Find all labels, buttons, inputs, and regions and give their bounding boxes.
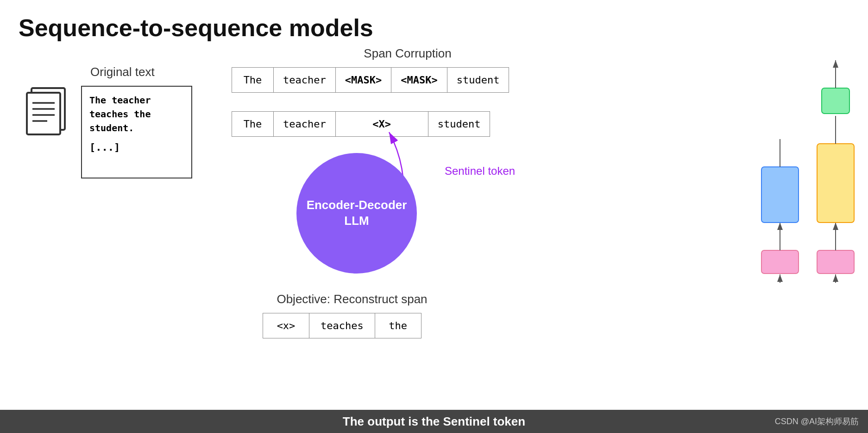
top-cell-student: student xyxy=(447,68,509,93)
top-cell-teacher: teacher xyxy=(274,68,336,93)
output-cell-the: the xyxy=(375,313,421,338)
document-icon xyxy=(23,83,74,139)
bottom-bar: The output is the Sentinel token CSDN @A… xyxy=(0,410,868,433)
svg-rect-9 xyxy=(761,167,799,223)
span-corruption-label: Span Corruption xyxy=(324,46,491,61)
bot-cell-student: student xyxy=(428,112,490,137)
svg-rect-15 xyxy=(822,88,849,114)
svg-rect-7 xyxy=(761,250,799,274)
output-token-table: <x> teaches the xyxy=(263,313,421,338)
bottom-bar-text: The output is the Sentinel token xyxy=(343,414,525,429)
svg-rect-11 xyxy=(817,250,854,274)
top-cell-the: The xyxy=(232,68,274,93)
svg-rect-2 xyxy=(27,93,60,134)
bot-cell-teacher: teacher xyxy=(274,112,336,137)
output-cell-teaches: teaches xyxy=(309,313,375,338)
encoder-decoder-circle: Encoder-DecoderLLM xyxy=(296,153,417,274)
original-text-line1: The teacherteaches thestudent. xyxy=(89,95,151,134)
svg-rect-13 xyxy=(817,144,854,223)
nn-diagram xyxy=(757,51,859,320)
main-content: Sequence-to-sequence models Span Corrupt… xyxy=(0,0,868,414)
sentinel-token-label: Sentinel token xyxy=(445,165,515,178)
output-cell-x: <x> xyxy=(263,313,309,338)
original-text-ellipsis: [...] xyxy=(89,140,184,155)
bottom-token-table: The teacher <X> student xyxy=(232,111,490,137)
bottom-bar-brand: CSDN @AI架构师易筋 xyxy=(775,416,859,427)
bot-cell-the: The xyxy=(232,112,274,137)
original-text-box: The teacherteaches thestudent. [...] xyxy=(81,86,192,178)
page-title: Sequence-to-sequence models xyxy=(19,14,849,42)
bot-cell-x: <X> xyxy=(335,112,428,137)
top-cell-mask2: <MASK> xyxy=(391,68,447,93)
objective-label: Objective: Reconstruct span xyxy=(269,292,435,306)
original-text-label: Original text xyxy=(90,65,155,79)
top-token-table: The teacher <MASK> <MASK> student xyxy=(232,67,509,93)
top-cell-mask1: <MASK> xyxy=(335,68,391,93)
